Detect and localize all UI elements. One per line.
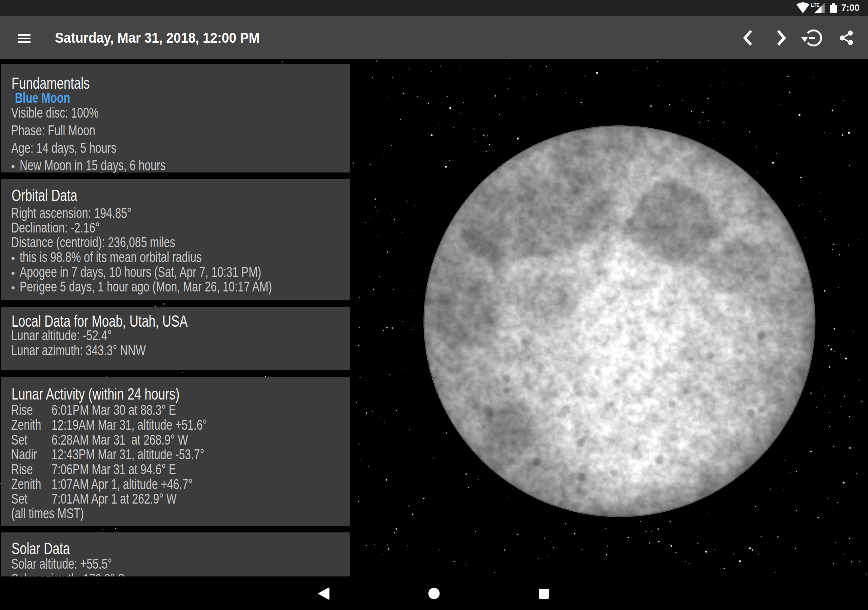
svg-text:LTE: LTE <box>811 2 820 8</box>
